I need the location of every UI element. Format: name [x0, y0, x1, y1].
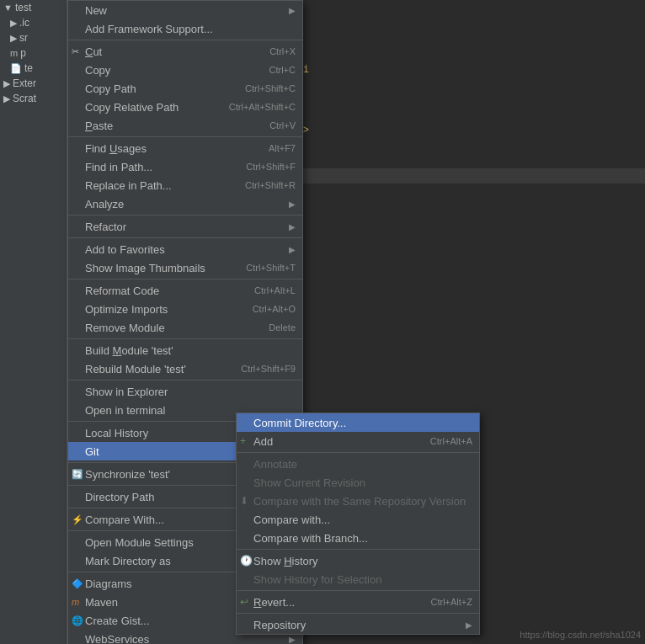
menu-item-find-in-path[interactable]: Find in Path... Ctrl+Shift+F: [68, 157, 302, 176]
menu-item-show-explorer[interactable]: Show in Explorer: [68, 382, 302, 401]
submenu-item-compare-branch[interactable]: Compare with Branch...: [237, 529, 479, 547]
tree-label-exter: Exter: [13, 77, 36, 89]
shortcut-reformat: Ctrl+Alt+L: [254, 285, 296, 295]
menu-item-build-module[interactable]: Build Module 'test': [68, 341, 302, 359]
submenu-item-show-current[interactable]: Show Current Revision: [237, 473, 479, 492]
submenu-label-commit-dir: Commit Directory...: [253, 417, 472, 429]
menu-item-add-framework[interactable]: Add Framework Support...: [68, 19, 302, 38]
shortcut-paste: Ctrl+V: [269, 120, 296, 130]
submenu-label-repository: Repository: [253, 619, 461, 631]
arrow-analyze: ▶: [289, 200, 296, 209]
menu-label-copy: Copy: [85, 64, 253, 77]
submenu-label-show-current: Show Current Revision: [253, 476, 472, 489]
submenu-label-revert: Revert...: [253, 596, 413, 609]
sep-5: [68, 279, 302, 279]
menu-item-refactor[interactable]: Refactor ▶: [68, 217, 302, 236]
menu-label-build-module: Build Module 'test': [85, 344, 296, 357]
submenu-label-compare-same: Compare with the Same Repository Version: [253, 495, 472, 508]
tree-item-test[interactable]: ▼ test: [0, 0, 67, 15]
tree-label-ic: .ic: [19, 17, 29, 29]
submenu-item-show-history-sel[interactable]: Show History for Selection: [237, 570, 479, 588]
tree-item-sr[interactable]: ▶ sr: [0, 30, 67, 45]
folder-icon-scrat: ▶: [3, 93, 10, 104]
file-icon-te: 📄: [10, 63, 22, 74]
shortcut-find-path: Ctrl+Shift+F: [246, 162, 296, 172]
submenu-label-show-history-sel: Show History for Selection: [253, 573, 472, 586]
arrow-refactor: ▶: [289, 222, 296, 232]
menu-label-optimize: Optimize Imports: [85, 303, 236, 316]
menu-label-rebuild-module: Rebuild Module 'test': [85, 363, 224, 375]
submenu-item-repository[interactable]: Repository ▶: [237, 615, 479, 634]
add-icon: +: [240, 435, 246, 447]
arrow-webservices: ▶: [289, 635, 296, 644]
menu-label-remove-module: Remove Module: [85, 322, 252, 334]
diagrams-icon: 🔷: [72, 578, 83, 589]
menu-item-replace-in-path[interactable]: Replace in Path... Ctrl+Shift+R: [68, 176, 302, 194]
folder-icon-exter: ▶: [3, 78, 10, 89]
menu-label-find-usages: Find Usages: [85, 142, 252, 155]
submenu-item-show-history[interactable]: 🕐 Show History: [237, 551, 479, 570]
menu-item-copy[interactable]: Copy Ctrl+C: [68, 61, 302, 79]
shortcut-replace-path: Ctrl+Shift+R: [245, 180, 296, 190]
submenu-item-revert[interactable]: ↩ Revert... Ctrl+Alt+Z: [237, 593, 479, 611]
menu-item-find-usages[interactable]: Find Usages Alt+F7: [68, 139, 302, 157]
shortcut-show-image: Ctrl+Shift+T: [246, 263, 296, 273]
submenu-item-compare-with[interactable]: Compare with...: [237, 510, 479, 529]
submenu-item-annotate[interactable]: Annotate: [237, 455, 479, 473]
menu-label-analyze: Analyze: [85, 198, 285, 210]
menu-item-rebuild-module[interactable]: Rebuild Module 'test' Ctrl+Shift+F9: [68, 359, 302, 378]
tree-item-scrat[interactable]: ▶ Scrat: [0, 91, 67, 106]
menu-item-optimize[interactable]: Optimize Imports Ctrl+Alt+O: [68, 300, 302, 318]
submenu-label-add: Add: [253, 435, 413, 448]
submenu-item-add[interactable]: + Add Ctrl+Alt+A: [237, 432, 479, 450]
watermark: https://blog.csdn.net/sha1024: [520, 630, 641, 640]
menu-item-show-image[interactable]: Show Image Thumbnails Ctrl+Shift+T: [68, 258, 302, 277]
maven-icon: m: [72, 597, 79, 607]
menu-item-remove-module[interactable]: Remove Module Delete: [68, 318, 302, 337]
sep-3: [68, 215, 302, 216]
folder-icon: ▼: [3, 3, 13, 13]
tree-item-ic[interactable]: ▶ .ic: [0, 15, 67, 30]
menu-label-directory-path: Directory Path: [85, 491, 227, 503]
sep-2: [68, 136, 302, 137]
submenu-sep-3: [237, 590, 479, 591]
shortcut-rebuild: Ctrl+Shift+F9: [241, 364, 296, 374]
menu-label-cut: Cut: [85, 45, 253, 58]
tree-item-mp[interactable]: m p: [0, 45, 67, 61]
compare-same-icon: ⬇: [240, 495, 248, 507]
compare-icon: ⚡: [72, 514, 83, 525]
shortcut-optimize: Ctrl+Alt+O: [253, 304, 296, 314]
shortcut-copy: Ctrl+C: [269, 65, 296, 75]
menu-item-analyze[interactable]: Analyze ▶: [68, 194, 302, 213]
submenu-label-compare-branch: Compare with Branch...: [253, 532, 472, 545]
tree-label-scrat: Scrat: [13, 93, 36, 104]
menu-item-copy-relative[interactable]: Copy Relative Path Ctrl+Alt+Shift+C: [68, 98, 302, 116]
tree-label-mp: p: [20, 47, 26, 59]
gist-icon: 🌐: [72, 615, 83, 626]
tree-item-te[interactable]: 📄 te: [0, 61, 67, 76]
folder-icon-sr: ▶: [10, 33, 17, 44]
submenu-item-compare-same[interactable]: ⬇ Compare with the Same Repository Versi…: [237, 492, 479, 510]
menu-label-copy-path: Copy Path: [85, 82, 228, 95]
menu-label-add-framework: Add Framework Support...: [85, 23, 296, 35]
menu-label-show-image: Show Image Thumbnails: [85, 262, 229, 274]
git-submenu[interactable]: Commit Directory... + Add Ctrl+Alt+A Ann…: [236, 412, 480, 635]
sep-7: [68, 380, 302, 381]
submenu-item-commit-dir[interactable]: Commit Directory...: [237, 413, 479, 432]
shortcut-find-usages: Alt+F7: [269, 143, 296, 153]
shortcut-copy-relative: Ctrl+Alt+Shift+C: [229, 102, 296, 112]
menu-label-add-favorites: Add to Favorites: [85, 243, 285, 256]
menu-item-cut[interactable]: ✂ Cut Ctrl+X: [68, 42, 302, 61]
menu-item-copy-path[interactable]: Copy Path Ctrl+Shift+C: [68, 79, 302, 98]
menu-item-reformat[interactable]: Reformat Code Ctrl+Alt+L: [68, 281, 302, 300]
revert-icon: ↩: [240, 596, 248, 608]
menu-item-new[interactable]: New ▶: [68, 1, 302, 19]
menu-label-show-explorer: Show in Explorer: [85, 386, 296, 398]
project-panel: ▼ test ▶ .ic ▶ sr m p 📄 te ▶ Exter ▶ Scr…: [0, 0, 67, 644]
tree-item-exter[interactable]: ▶ Exter: [0, 76, 67, 91]
menu-item-add-favorites[interactable]: Add to Favorites ▶: [68, 240, 302, 258]
tree-label-sr: sr: [19, 32, 28, 44]
menu-item-paste[interactable]: Paste Ctrl+V: [68, 116, 302, 135]
sep-4: [68, 237, 302, 238]
sep-6: [68, 338, 302, 339]
